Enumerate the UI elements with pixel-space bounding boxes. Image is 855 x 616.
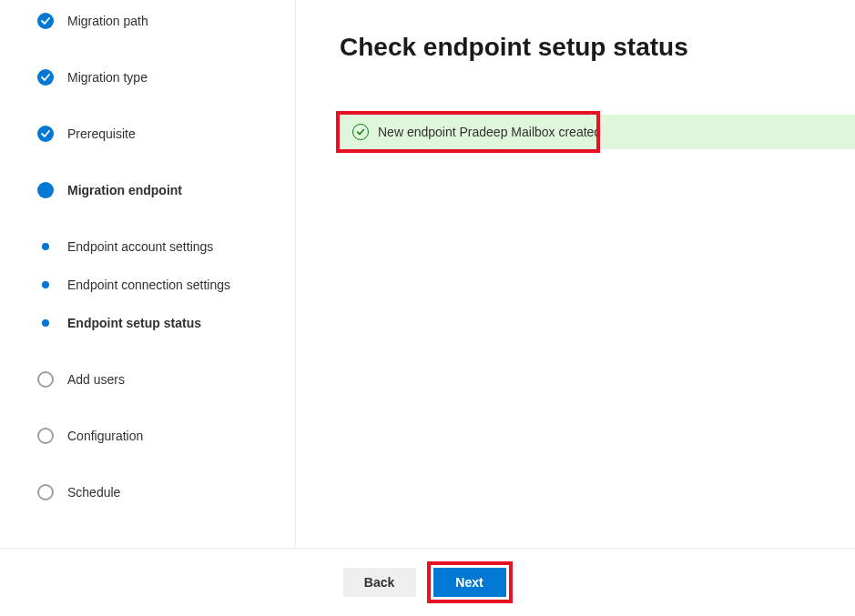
step-endpoint-setup-status[interactable]: Endpoint setup status — [36, 315, 273, 371]
status-message: New endpoint Pradeep Mailbox created — [378, 125, 601, 139]
step-label: Migration type — [67, 69, 148, 85]
success-check-icon — [352, 124, 369, 140]
step-label: Migration path — [67, 13, 148, 28]
upcoming-step-icon — [37, 484, 54, 500]
step-schedule[interactable]: Schedule — [36, 484, 273, 510]
page-title: Check endpoint setup status — [340, 33, 855, 62]
step-migration-type[interactable]: Migration type — [36, 69, 273, 126]
step-migration-path[interactable]: Migration path — [36, 13, 273, 69]
step-label: Migration endpoint — [67, 182, 182, 197]
step-label: Configuration — [67, 428, 143, 443]
checkmark-icon — [37, 13, 54, 29]
step-prerequisite[interactable]: Prerequisite — [36, 126, 273, 182]
step-label: Endpoint account settings — [67, 238, 213, 254]
step-label: Endpoint connection settings — [67, 277, 230, 292]
main-content: Check endpoint setup status New endpoint… — [296, 0, 855, 548]
substep-dot-icon — [42, 319, 49, 327]
wizard-footer: Back Next — [0, 548, 855, 616]
back-button[interactable]: Back — [343, 568, 416, 597]
next-button[interactable]: Next — [433, 568, 506, 597]
step-label: Schedule — [67, 484, 120, 500]
step-label: Add users — [67, 371, 125, 387]
step-label: Prerequisite — [67, 126, 136, 141]
upcoming-step-icon — [37, 371, 54, 388]
checkmark-icon — [37, 69, 54, 86]
step-endpoint-connection-settings[interactable]: Endpoint connection settings — [36, 277, 273, 315]
step-configuration[interactable]: Configuration — [36, 428, 273, 484]
step-add-users[interactable]: Add users — [36, 371, 273, 428]
checkmark-icon — [37, 126, 54, 142]
step-endpoint-account-settings[interactable]: Endpoint account settings — [36, 238, 273, 277]
status-banner: New endpoint Pradeep Mailbox created — [340, 115, 855, 149]
upcoming-step-icon — [37, 428, 54, 444]
substep-dot-icon — [42, 243, 49, 250]
substep-dot-icon — [42, 281, 49, 288]
current-step-icon — [37, 182, 54, 198]
wizard-steps-sidebar: Migration path Migration type — [0, 0, 296, 548]
step-label: Endpoint setup status — [67, 315, 201, 330]
annotation-highlight: Next — [427, 561, 513, 603]
step-migration-endpoint[interactable]: Migration endpoint — [36, 182, 273, 238]
